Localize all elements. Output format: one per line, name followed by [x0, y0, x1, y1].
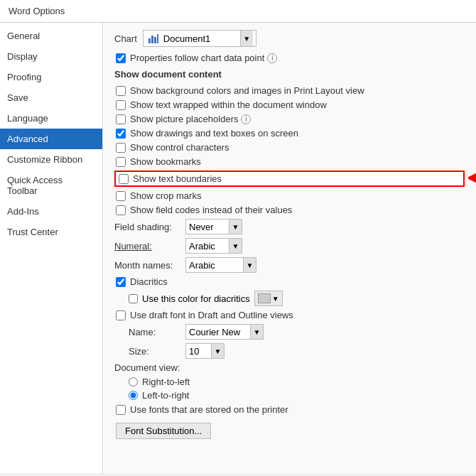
sidebar-item-general[interactable]: General — [0, 26, 102, 46]
text-boundaries-checkbox[interactable] — [119, 174, 129, 184]
name-row: Name: Courier New ▼ — [114, 324, 465, 340]
numeral-row: Numeral: Arabic ▼ — [114, 238, 465, 254]
font-substitution-button[interactable]: Font Substitution... — [116, 423, 211, 439]
control-characters-checkbox[interactable] — [116, 143, 126, 153]
diacritics-color-checkbox[interactable] — [129, 294, 138, 303]
diacritics-color-row: Use this color for diacritics ▼ — [114, 291, 465, 306]
arrow-indicator — [468, 169, 476, 188]
dialog: General Display Proofing Save Language A… — [0, 23, 476, 473]
sidebar-item-customize-ribbon[interactable]: Customize Ribbon — [0, 149, 102, 170]
sidebar-item-display[interactable]: Display — [0, 46, 102, 67]
diacritics-color-picker[interactable]: ▼ — [254, 291, 283, 306]
color-picker-arrow[interactable]: ▼ — [272, 295, 279, 303]
radio-rtl-label[interactable]: Right-to-left — [142, 377, 190, 387]
color-swatch — [258, 293, 271, 303]
picture-placeholders-label[interactable]: Show picture placeholders — [130, 114, 238, 124]
sidebar-item-quick-access-toolbar[interactable]: Quick Access Toolbar — [0, 170, 102, 201]
numeral-dropdown[interactable]: Arabic ▼ — [185, 238, 242, 254]
size-dropdown[interactable]: 10 ▼ — [185, 343, 225, 359]
use-fonts-label[interactable]: Use fonts that are stored on the printer — [130, 404, 288, 415]
field-shading-row: Field shading: Never ▼ — [114, 219, 465, 234]
diacritics-row: Diacritics — [114, 276, 465, 287]
svg-rect-0 — [148, 38, 151, 43]
properties-follow-label[interactable]: Properties follow chart data point — [130, 53, 264, 63]
sidebar-item-advanced[interactable]: Advanced — [0, 129, 102, 149]
name-arrow[interactable]: ▼ — [250, 325, 263, 339]
checkbox-field-codes: Show field codes instead of their values — [114, 205, 465, 215]
diacritics-color-label[interactable]: Use this color for diacritics — [142, 293, 250, 304]
field-codes-checkbox[interactable] — [116, 205, 126, 215]
title-bar: Word Options — [0, 0, 476, 23]
name-dropdown[interactable]: Courier New ▼ — [185, 324, 264, 340]
radio-ltr[interactable] — [129, 391, 138, 400]
crop-marks-label[interactable]: Show crop marks — [130, 190, 201, 201]
document-view-label: Document view: — [114, 362, 465, 373]
field-codes-label[interactable]: Show field codes instead of their values — [130, 205, 292, 215]
svg-rect-2 — [154, 37, 156, 43]
size-row: Size: 10 ▼ — [114, 343, 465, 359]
text-boundaries-wrapper: Show text boundaries — [114, 171, 465, 187]
month-names-row: Month names: Arabic ▼ — [114, 257, 465, 273]
draft-font-checkbox[interactable] — [116, 310, 126, 320]
picture-placeholders-info-icon[interactable]: i — [241, 114, 251, 124]
sidebar-item-language[interactable]: Language — [0, 108, 102, 129]
text-boundaries-label[interactable]: Show text boundaries — [133, 173, 222, 184]
bookmarks-checkbox[interactable] — [116, 157, 126, 167]
month-names-label: Month names: — [114, 260, 185, 271]
radio-rtl-row: Right-to-left — [129, 377, 465, 387]
sidebar: General Display Proofing Save Language A… — [0, 23, 103, 473]
svg-rect-1 — [151, 36, 153, 43]
month-names-value: Arabic — [189, 260, 243, 271]
text-wrapped-checkbox[interactable] — [116, 100, 126, 110]
properties-follow-row: Properties follow chart data point i — [114, 53, 465, 63]
radio-ltr-label[interactable]: Left-to-right — [142, 390, 189, 401]
field-shading-dropdown[interactable]: Never ▼ — [185, 219, 242, 234]
draft-font-label[interactable]: Use draft font in Draft and Outline view… — [130, 310, 293, 320]
sidebar-item-add-ins[interactable]: Add-Ins — [0, 201, 102, 222]
show-document-content-header: Show document content — [114, 69, 465, 81]
checkbox-drawings-textboxes: Show drawings and text boxes on screen — [114, 128, 465, 139]
arrow-svg — [468, 169, 476, 186]
diacritics-label[interactable]: Diacritics — [130, 276, 168, 287]
crop-marks-checkbox[interactable] — [116, 191, 126, 201]
drawings-textboxes-checkbox[interactable] — [116, 129, 126, 139]
name-label: Name: — [129, 327, 185, 337]
numeral-arrow[interactable]: ▼ — [229, 239, 242, 253]
bookmarks-label[interactable]: Show bookmarks — [130, 156, 201, 167]
chart-dropdown[interactable]: Document1 ▼ — [143, 30, 256, 47]
chart-label: Chart — [114, 33, 137, 44]
numeral-value: Arabic — [189, 241, 229, 251]
numeral-label: Numeral: — [114, 241, 185, 251]
diacritics-checkbox[interactable] — [116, 277, 126, 287]
sidebar-item-save[interactable]: Save — [0, 87, 102, 108]
chart-dropdown-arrow[interactable]: ▼ — [240, 31, 253, 46]
bg-colors-label[interactable]: Show background colors and images in Pri… — [130, 85, 364, 96]
title-text: Word Options — [9, 6, 65, 16]
size-arrow[interactable]: ▼ — [211, 344, 224, 358]
font-substitution-wrapper: Font Substitution... — [114, 418, 465, 439]
control-characters-label[interactable]: Show control characters — [130, 142, 229, 153]
bg-colors-checkbox[interactable] — [116, 86, 126, 96]
size-label: Size: — [129, 346, 185, 357]
sidebar-item-proofing[interactable]: Proofing — [0, 67, 102, 87]
size-value: 10 — [189, 346, 211, 357]
draft-font-row: Use draft font in Draft and Outline view… — [114, 310, 465, 320]
picture-placeholders-checkbox[interactable] — [116, 114, 126, 124]
text-wrapped-label[interactable]: Show text wrapped within the document wi… — [130, 99, 327, 110]
radio-rtl[interactable] — [129, 377, 138, 386]
properties-follow-checkbox[interactable] — [116, 53, 126, 63]
checkbox-control-characters: Show control characters — [114, 142, 465, 153]
checkbox-crop-marks: Show crop marks — [114, 190, 465, 201]
checkbox-bookmarks: Show bookmarks — [114, 156, 465, 167]
radio-ltr-row: Left-to-right — [129, 390, 465, 401]
month-names-arrow[interactable]: ▼ — [243, 258, 256, 272]
month-names-dropdown[interactable]: Arabic ▼ — [185, 257, 256, 273]
content-area: Chart Document1 ▼ Properties follow char… — [103, 23, 476, 473]
field-shading-label: Field shading: — [114, 222, 185, 232]
drawings-textboxes-label[interactable]: Show drawings and text boxes on screen — [130, 128, 298, 139]
properties-follow-info-icon[interactable]: i — [267, 53, 277, 63]
chart-row: Chart Document1 ▼ — [114, 30, 465, 47]
field-shading-arrow[interactable]: ▼ — [229, 220, 242, 234]
use-fonts-checkbox[interactable] — [116, 405, 126, 415]
sidebar-item-trust-center[interactable]: Trust Center — [0, 222, 102, 242]
